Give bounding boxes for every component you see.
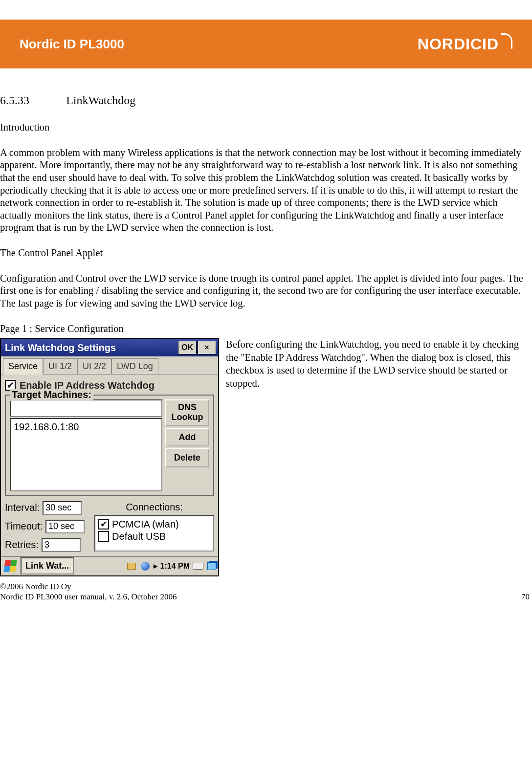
interval-label: Interval: (5, 502, 40, 514)
brand-text: NORDICID (418, 34, 499, 54)
tab-service[interactable]: Service (3, 358, 43, 375)
page1-heading: Page 1 : Service Configuration (0, 323, 530, 335)
target-machines-fieldset: Target Machines: 192.168.0.1:80 DNS Look… (5, 395, 214, 496)
tab-strip: Service UI 1/2 UI 2/2 LWD Log (1, 356, 218, 375)
connections-listbox[interactable]: ✔ PCMCIA (wlan) Default USB (94, 515, 214, 551)
tab-lwdlog[interactable]: LWD Log (111, 358, 158, 374)
ok-button[interactable]: OK (178, 341, 197, 354)
retries-input[interactable] (42, 538, 81, 552)
conn-pcmcia-checkbox[interactable]: ✔ (98, 519, 109, 529)
interval-input[interactable] (43, 501, 82, 515)
dialog-titlebar[interactable]: Link Watchdog Settings OK × (1, 339, 218, 356)
tray-keyboard-icon[interactable] (193, 561, 203, 572)
brand-logo: NORDICID (418, 34, 512, 54)
tab-ui2[interactable]: UI 2/2 (77, 358, 111, 374)
list-item[interactable]: 192.168.0.1:80 (14, 421, 158, 433)
host-input[interactable] (10, 399, 162, 417)
applet-body: Configuration and Control over the LWD s… (0, 272, 530, 310)
footer-docline: Nordic ID PL3000 user manual, v. 2.6, Oc… (0, 592, 177, 602)
add-button[interactable]: Add (165, 428, 209, 447)
service-panel: ✔ Enable IP Address Watchdog Target Mach… (1, 375, 218, 556)
tray-separator-icon: ▸ (154, 561, 157, 571)
section-title: LinkWatchdog (66, 94, 135, 107)
footer-page-number: 70 (521, 592, 530, 602)
section-number: 6.5.33 (0, 93, 64, 108)
retries-label: Retries: (5, 539, 39, 551)
connections-label: Connections: (94, 501, 214, 513)
product-name: Nordic ID PL3000 (20, 36, 124, 52)
intro-heading: Introduction (0, 121, 530, 134)
timeout-label: Timeout: (5, 520, 43, 532)
conn-usb-label: Default USB (112, 530, 166, 543)
system-tray: ▸ 1:14 PM (126, 561, 217, 572)
target-listbox[interactable]: 192.168.0.1:80 (10, 418, 162, 491)
dialog-title: Link Watchdog Settings (5, 342, 177, 354)
document-header: Nordic ID PL3000 NORDICID (0, 20, 532, 68)
tab-ui1[interactable]: UI 1/2 (43, 358, 77, 374)
applet-heading: The Control Panel Applet (0, 247, 530, 260)
page-footer: ©2006 Nordic ID Oy Nordic ID PL3000 user… (0, 581, 530, 602)
linkwatchdog-dialog: Link Watchdog Settings OK × Service UI 1… (0, 338, 219, 576)
footer-copyright: ©2006 Nordic ID Oy (0, 581, 530, 592)
intro-body: A common problem with many Wireless appl… (0, 147, 530, 234)
target-machines-legend: Target Machines: (10, 389, 93, 401)
brand-swoosh-icon (501, 33, 512, 49)
delete-button[interactable]: Delete (165, 448, 209, 467)
taskbar: Link Wat... ▸ 1:14 PM (1, 556, 218, 575)
conn-pcmcia-label: PCMCIA (wlan) (112, 518, 179, 530)
tray-folder-icon[interactable] (126, 561, 137, 572)
section-heading: 6.5.33 LinkWatchdog (0, 93, 530, 108)
timeout-input[interactable] (45, 520, 85, 533)
dns-lookup-button[interactable]: DNS Lookup (165, 399, 209, 426)
tray-clock[interactable]: 1:14 PM (160, 561, 190, 571)
close-button[interactable]: × (198, 341, 216, 354)
taskbar-app-button[interactable]: Link Wat... (21, 557, 74, 574)
tray-network-icon[interactable] (140, 561, 151, 572)
figure-caption: Before configuring the LinkWatchdog, you… (226, 338, 530, 390)
conn-usb-checkbox[interactable] (98, 531, 109, 542)
tray-desktop-icon[interactable] (206, 561, 217, 572)
start-button[interactable] (2, 558, 19, 574)
windows-flag-icon (3, 560, 17, 572)
